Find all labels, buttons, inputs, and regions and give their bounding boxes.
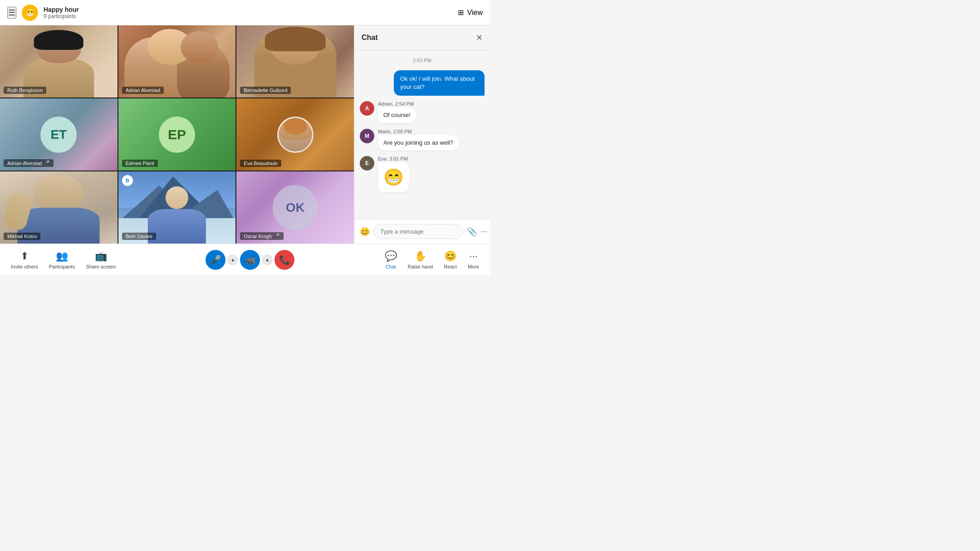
tile-label-beth: Beth Davies — [122, 233, 156, 240]
timestamp-253: 2:53 PM — [360, 58, 485, 63]
video-grid: Ruth Bengtsson Adrian Alvestad — [0, 25, 354, 244]
chat-messages: 2:53 PM Ok ok! I will join. What about y… — [354, 50, 490, 219]
raise-hand-icon: ✋ — [414, 250, 426, 262]
hangup-button[interactable]: 📞 — [274, 250, 294, 270]
share-screen-label: Share screen — [86, 264, 115, 269]
msg-content-adrian: Adrian, 2:54 PM Of course! — [378, 101, 416, 123]
tile-label-oscar: Oscar Krogh 🎤 — [240, 232, 284, 240]
grid-icon: ⊞ — [458, 8, 464, 17]
tile-name-bernadette: Bernadette Guibord — [244, 88, 287, 93]
meeting-title: Happy hour — [44, 6, 79, 13]
avatar-et: ET — [40, 117, 77, 153]
attach-icon[interactable]: 📎 — [467, 227, 477, 237]
tile-label-edmee: Edmee Plant — [122, 160, 158, 167]
more-button[interactable]: ··· More — [468, 250, 479, 269]
tile-label-eva: Eva Beaudouin — [240, 160, 281, 167]
tile-label-adrian-video: Adrian Alvestad — [122, 87, 164, 94]
tile-label-adrian-avatar: Adrian Alvestad 🎤 — [4, 159, 54, 167]
toolbar-right: 💬 Chat ✋ Raise hand 😊 React ··· More — [385, 250, 479, 269]
video-tile-beth: b Beth Davies — [118, 171, 236, 244]
bottom-toolbar: ⬆ Invite others 👥 Participants 📺 Share s… — [0, 244, 490, 275]
video-tile-edmee: EP Edmee Plant — [118, 98, 236, 171]
msg-sender-adrian: Adrian, 2:54 PM — [378, 101, 416, 107]
chat-icon: 💬 — [385, 250, 397, 262]
avatar-adrian-chat: A — [360, 101, 374, 116]
main-content: Ruth Bengtsson Adrian Alvestad — [0, 25, 490, 244]
video-tile-bernadette: Bernadette Guibord — [236, 25, 354, 98]
participants-icon: 👥 — [56, 250, 68, 262]
share-screen-button[interactable]: 📺 Share screen — [86, 250, 115, 269]
participant-count: 9 participants — [44, 13, 79, 20]
toolbar-left: ⬆ Invite others 👥 Participants 📺 Share s… — [11, 250, 116, 269]
message-sent-1: Ok ok! I will join. What about your cat? — [394, 70, 485, 96]
video-tile-adrian-video: Adrian Alvestad — [118, 25, 236, 98]
msg-bubble-adrian: Of course! — [378, 107, 416, 123]
msg-content-marie: Marie, 2:58 PM Are you joining us as wel… — [378, 129, 459, 151]
cam-chevron-button[interactable]: ▲ — [262, 254, 273, 265]
emoji-picker-icon[interactable]: 😊 — [360, 227, 370, 237]
more-options-icon[interactable]: ··· — [480, 227, 487, 236]
tile-name-adrian-avatar: Adrian Alvestad — [7, 161, 42, 166]
message-marie: M Marie, 2:58 PM Are you joining us as w… — [360, 129, 485, 151]
msg-content-eva: Eva, 3:01 PM 😁 — [378, 156, 409, 192]
menu-button[interactable]: ☰ — [7, 7, 16, 19]
chat-header: Chat ✕ — [354, 25, 490, 50]
chat-label: Chat — [385, 264, 396, 269]
react-icon: 😊 — [444, 250, 456, 262]
tile-name-oscar: Oscar Krogh — [244, 234, 272, 239]
view-label: View — [467, 9, 483, 17]
toolbar-center: 🎤 ▲ 📹 ▲ 📞 — [206, 250, 294, 270]
mic-chevron-button[interactable]: ▲ — [227, 254, 238, 265]
invite-icon: ⬆ — [20, 250, 29, 262]
chat-button[interactable]: 💬 Chat — [385, 250, 397, 269]
tile-name-ruth: Ruth Bengtsson — [7, 88, 43, 93]
view-button[interactable]: ⊞ View — [458, 8, 483, 17]
tile-label-mikhail: Mikhail Kotov — [4, 233, 40, 240]
tile-label-bernadette: Bernadette Guibord — [240, 87, 291, 94]
video-tile-oscar: OK Oscar Krogh 🎤 — [236, 171, 354, 244]
chat-close-button[interactable]: ✕ — [476, 33, 483, 43]
bing-icon: b — [122, 175, 133, 186]
mute-button[interactable]: 🎤 — [206, 250, 225, 270]
react-button[interactable]: 😊 React — [444, 250, 457, 269]
avatar-ep: EP — [159, 117, 195, 153]
msg-bubble-marie: Are you joining us as well? — [378, 135, 459, 151]
chat-input-area: 😊 📎 ··· — [354, 219, 490, 244]
raise-hand-button[interactable]: ✋ Raise hand — [408, 250, 433, 269]
meeting-info: Happy hour 9 participants — [44, 6, 79, 20]
tile-name-eva: Eva Beaudouin — [244, 161, 278, 166]
invite-label: Invite others — [11, 264, 38, 269]
mic-icon-oscar: 🎤 — [274, 233, 280, 239]
participants-label: Participants — [49, 264, 75, 269]
tile-label-ruth: Ruth Bengtsson — [4, 87, 46, 94]
msg-bubble-eva: 😁 — [378, 162, 409, 192]
more-icon: ··· — [469, 250, 477, 262]
chat-panel: Chat ✕ 2:53 PM Ok ok! I will join. What … — [354, 25, 490, 244]
header-left: ☰ 😁 Happy hour 9 participants — [7, 5, 79, 21]
mic-icon-adrian: 🎤 — [44, 160, 50, 166]
avatar-eva-chat: E — [360, 156, 374, 171]
video-tile-ruth: Ruth Bengtsson — [0, 25, 118, 98]
more-label: More — [468, 264, 479, 269]
invite-others-button[interactable]: ⬆ Invite others — [11, 250, 38, 269]
tile-name-mikhail: Mikhail Kotov — [7, 234, 37, 239]
chat-title: Chat — [362, 34, 378, 42]
meeting-emoji: 😁 — [22, 5, 38, 21]
msg-sender-eva: Eva, 3:01 PM — [378, 156, 409, 161]
video-tile-eva: Eva Beaudouin — [236, 98, 354, 171]
video-tile-adrian-avatar: ET Adrian Alvestad 🎤 — [0, 98, 118, 171]
avatar-marie-chat: M — [360, 129, 374, 143]
react-label: React — [444, 264, 457, 269]
video-tile-mikhail: Mikhail Kotov — [0, 171, 118, 244]
meeting-header: ☰ 😁 Happy hour 9 participants ⊞ View — [0, 0, 490, 25]
participants-button[interactable]: 👥 Participants — [49, 250, 75, 269]
message-adrian: A Adrian, 2:54 PM Of course! — [360, 101, 485, 123]
message-eva: E Eva, 3:01 PM 😁 — [360, 156, 485, 192]
share-screen-icon: 📺 — [95, 250, 107, 262]
tile-name-adrian-video: Adrian Alvestad — [126, 88, 160, 93]
tile-name-edmee: Edmee Plant — [126, 161, 154, 166]
raise-hand-label: Raise hand — [408, 264, 433, 269]
camera-button[interactable]: 📹 — [240, 250, 260, 270]
msg-sender-marie: Marie, 2:58 PM — [378, 129, 459, 134]
chat-input[interactable] — [373, 224, 463, 239]
